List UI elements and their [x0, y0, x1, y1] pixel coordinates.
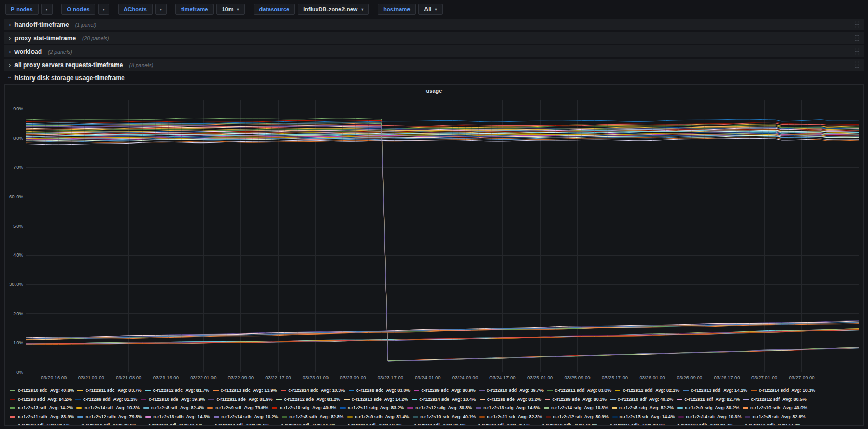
legend-item-c-r1z2s10-sdh[interactable]: c-r1z2s10 sdhAvg: 40.0%	[743, 405, 807, 411]
legend-item-c-r1z2s12-sdk[interactable]: c-r1z2s12 sdkAvg: 81.4%	[669, 422, 733, 425]
legend-series-color-icon	[678, 416, 684, 418]
y-tick-label: 70%	[5, 164, 23, 170]
legend-item-c-r1z2s9-sdh[interactable]: c-r1z2s9 sdhAvg: 81.4%	[347, 414, 409, 420]
variable-current-value: 10m	[222, 6, 233, 12]
legend-item-c-r1z2s10-sde[interactable]: c-r1z2s10 sdeAvg: 39.9%	[141, 396, 205, 403]
legend-item-c-r1z2s12-sdi[interactable]: c-r1z2s12 sdiAvg: 80.9%	[546, 414, 609, 420]
legend-item-c-r1z2s11-sde[interactable]: c-r1z2s11 sdeAvg: 81.9%	[208, 396, 272, 403]
legend-item-c-r1z2s10-sdk[interactable]: c-r1z2s10 sdkAvg: 40.0%	[534, 422, 598, 425]
legend-item-c-r1z2s8-sdj[interactable]: c-r1z2s8 sdjAvg: 82.9%	[406, 422, 466, 425]
legend-item-c-r1z2s8-sdg[interactable]: c-r1z2s8 sdgAvg: 82.2%	[612, 405, 674, 411]
legend-item-c-r1z2s8-sde[interactable]: c-r1z2s8 sdeAvg: 83.2%	[480, 396, 542, 403]
row-history-disk-storage-usage-timeframe[interactable]: ›history disk storage usage-timeframe	[4, 72, 864, 83]
row-workload[interactable]: ›workload(2 panels)	[4, 45, 864, 57]
legend-item-c-r1z2s12-sdf[interactable]: c-r1z2s12 sdfAvg: 80.5%	[743, 396, 806, 403]
x-tick-label: 03/20 16:00	[32, 375, 75, 380]
legend-item-c-r1z2s12-sde[interactable]: c-r1z2s12 sdeAvg: 81.2%	[276, 396, 340, 403]
variable-value-timeframe[interactable]: 10m▾	[216, 4, 244, 15]
legend-item-c-r1z2s9-sdj[interactable]: c-r1z2s9 sdjAvg: 79.5%	[470, 422, 530, 425]
legend-item-c-r1z2s8-sdi[interactable]: c-r1z2s8 sdiAvg: 82.6%	[745, 414, 805, 420]
variable-label-achosts[interactable]: AChosts	[118, 4, 153, 15]
legend-item-c-r1z2s13-sdf[interactable]: c-r1z2s13 sdfAvg: 14.2%	[10, 405, 73, 411]
legend-item-c-r1z2s12-sdh[interactable]: c-r1z2s12 sdhAvg: 79.8%	[77, 414, 142, 420]
chevron-down-icon: ▾	[435, 7, 437, 12]
drag-handle-icon[interactable]	[855, 34, 859, 42]
legend-item-c-r1z2s11-sdj[interactable]: c-r1z2s11 sdjAvg: 81.5%	[140, 422, 203, 425]
legend-item-c-r1z2s9-sdc[interactable]: c-r1z2s9 sdcAvg: 80.9%	[414, 387, 476, 394]
y-tick-label: 80%	[5, 135, 23, 141]
legend-item-c-r1z2s12-sdd[interactable]: c-r1z2s12 sddAvg: 82.1%	[615, 387, 679, 394]
legend-item-c-r1z2s13-sdi[interactable]: c-r1z2s13 sdiAvg: 14.4%	[612, 414, 675, 420]
legend-item-c-r1z2s9-sde[interactable]: c-r1z2s9 sdeAvg: 80.1%	[545, 396, 607, 403]
legend-item-c-r1z2s8-sdf[interactable]: c-r1z2s8 sdfAvg: 82.4%	[143, 405, 204, 411]
legend-item-c-r1z2s10-sdg[interactable]: c-r1z2s10 sdgAvg: 40.5%	[272, 405, 336, 411]
legend-series-avg: Avg: 82.6%	[781, 414, 806, 420]
variable-label-p-nodes[interactable]: P nodes	[5, 4, 39, 15]
legend-item-c-r1z2s10-sdc[interactable]: c-r1z2s10 sdcAvg: 40.8%	[10, 387, 74, 394]
legend-item-c-r1z2s10-sdj[interactable]: c-r1z2s10 sdjAvg: 39.6%	[74, 422, 137, 425]
legend-item-c-r1z2s11-sdh[interactable]: c-r1z2s11 sdhAvg: 83.9%	[10, 414, 74, 420]
usage-chart-plot-area[interactable]	[26, 100, 859, 372]
legend-item-c-r1z2s14-sdd[interactable]: c-r1z2s14 sddAvg: 10.3%	[751, 387, 815, 394]
variable-dropdown-o-nodes[interactable]: ▾	[98, 4, 109, 15]
legend-item-c-r1z2s9-sdd[interactable]: c-r1z2s9 sddAvg: 81.2%	[75, 396, 137, 403]
variable-dropdown-achosts[interactable]: ▾	[155, 4, 167, 15]
legend-item-c-r1z2s8-sdc[interactable]: c-r1z2s8 sdcAvg: 83.0%	[349, 387, 411, 394]
legend-item-c-r1z2s8-sdd[interactable]: c-r1z2s8 sddAvg: 84.2%	[10, 396, 72, 403]
legend-item-c-r1z2s11-sdg[interactable]: c-r1z2s11 sdgAvg: 83.2%	[340, 405, 404, 411]
legend-item-c-r1z2s14-sdf[interactable]: c-r1z2s14 sdfAvg: 10.3%	[76, 405, 139, 411]
legend-item-c-r1z2s10-sdi[interactable]: c-r1z2s10 sdiAvg: 40.1%	[413, 414, 476, 420]
legend-item-c-r1z2s13-sdh[interactable]: c-r1z2s13 sdhAvg: 14.3%	[145, 414, 210, 420]
legend-item-c-r1z2s8-sdh[interactable]: c-r1z2s8 sdhAvg: 82.8%	[282, 414, 343, 420]
legend-series-color-icon	[344, 399, 350, 400]
variable-label-timeframe[interactable]: timeframe	[175, 4, 214, 15]
variable-label-hostname[interactable]: hostname	[378, 4, 416, 15]
variable-dropdown-p-nodes[interactable]: ▾	[41, 4, 53, 15]
row-all-proxy-servers-requests-timeframe[interactable]: ›all proxy servers requests-timeframe(8 …	[4, 59, 864, 71]
legend-item-c-r1z2s12-sdc[interactable]: c-r1z2s12 sdcAvg: 81.7%	[145, 387, 209, 394]
legend-series-color-icon	[612, 407, 617, 409]
legend-item-c-r1z2s12-sdg[interactable]: c-r1z2s12 sdgAvg: 80.8%	[407, 405, 472, 411]
legend-item-c-r1z2s11-sdi[interactable]: c-r1z2s11 sdiAvg: 82.3%	[479, 414, 542, 420]
legend-series-name: c-r1z2s9 sdf	[215, 405, 241, 411]
panel-title[interactable]: usage	[5, 88, 863, 94]
legend-item-c-r1z2s10-sdf[interactable]: c-r1z2s10 sdfAvg: 40.2%	[610, 396, 673, 403]
legend-item-c-r1z2s9-sdi[interactable]: c-r1z2s9 sdiAvg: 80.1%	[10, 422, 70, 425]
legend-item-c-r1z2s14-sdc[interactable]: c-r1z2s14 sdcAvg: 10.3%	[281, 387, 345, 394]
legend-item-c-r1z2s13-sdg[interactable]: c-r1z2s13 sdgAvg: 14.6%	[476, 405, 540, 411]
legend-item-c-r1z2s14-sdi[interactable]: c-r1z2s14 sdiAvg: 10.3%	[678, 414, 741, 420]
legend-item-c-r1z2s14-sdj[interactable]: c-r1z2s14 sdjAvg: 10.1%	[339, 422, 402, 425]
legend-item-c-r1z2s11-sdk[interactable]: c-r1z2s11 sdkAvg: 83.2%	[602, 422, 666, 425]
legend-series-avg: Avg: 83.0%	[587, 387, 611, 394]
legend-item-c-r1z2s13-sdj[interactable]: c-r1z2s13 sdjAvg: 14.6%	[273, 422, 336, 425]
legend-item-c-r1z2s11-sdf[interactable]: c-r1z2s11 sdfAvg: 82.7%	[677, 396, 740, 403]
legend-item-c-r1z2s11-sdc[interactable]: c-r1z2s11 sdcAvg: 83.7%	[77, 387, 141, 394]
variable-label-datasource[interactable]: datasource	[254, 4, 296, 15]
row-handoff-timeframe[interactable]: ›handoff-timeframe(1 panel)	[4, 19, 864, 30]
variable-o-nodes: O nodes▾	[61, 4, 109, 15]
drag-handle-icon[interactable]	[855, 47, 859, 55]
legend-series-avg: Avg: 40.8%	[50, 387, 74, 394]
legend-item-c-r1z2s13-sde[interactable]: c-r1z2s13 sdeAvg: 14.2%	[344, 396, 408, 403]
variable-value-hostname[interactable]: All▾	[418, 4, 443, 15]
drag-handle-icon[interactable]	[855, 21, 859, 28]
legend-item-c-r1z2s11-sdd[interactable]: c-r1z2s11 sddAvg: 83.0%	[547, 387, 611, 394]
legend-item-c-r1z2s14-sdg[interactable]: c-r1z2s14 sdgAvg: 10.3%	[544, 405, 608, 411]
variable-value-datasource[interactable]: InfluxDB-zone2-new▾	[298, 4, 369, 15]
legend-series-avg: Avg: 80.5%	[782, 396, 807, 403]
legend-series-color-icon	[534, 425, 539, 425]
legend-item-c-r1z2s13-sdd[interactable]: c-r1z2s13 sddAvg: 14.2%	[683, 387, 747, 394]
legend-item-c-r1z2s12-sdj[interactable]: c-r1z2s12 sdjAvg: 80.6%	[206, 422, 269, 425]
legend-item-c-r1z2s13-sdk[interactable]: c-r1z2s13 sdkAvg: 14.2%	[737, 422, 801, 425]
variable-label-o-nodes[interactable]: O nodes	[61, 4, 95, 15]
drag-handle-icon[interactable]	[855, 61, 859, 69]
legend-series-name: c-r1z2s13 sdh	[153, 414, 183, 420]
legend-item-c-r1z2s13-sdc[interactable]: c-r1z2s13 sdcAvg: 13.9%	[213, 387, 277, 394]
legend-series-avg: Avg: 79.6%	[244, 405, 268, 411]
legend-item-c-r1z2s9-sdf[interactable]: c-r1z2s9 sdfAvg: 79.6%	[207, 405, 268, 411]
legend-item-c-r1z2s10-sdd[interactable]: c-r1z2s10 sddAvg: 39.7%	[479, 387, 544, 394]
legend-item-c-r1z2s9-sdg[interactable]: c-r1z2s9 sdgAvg: 80.2%	[677, 405, 739, 411]
legend-item-c-r1z2s14-sdh[interactable]: c-r1z2s14 sdhAvg: 10.2%	[214, 414, 278, 420]
legend-item-c-r1z2s14-sde[interactable]: c-r1z2s14 sdeAvg: 10.4%	[412, 396, 476, 403]
row-proxy-stat-timeframe[interactable]: ›proxy stat-timeframe(20 panels)	[4, 32, 864, 44]
